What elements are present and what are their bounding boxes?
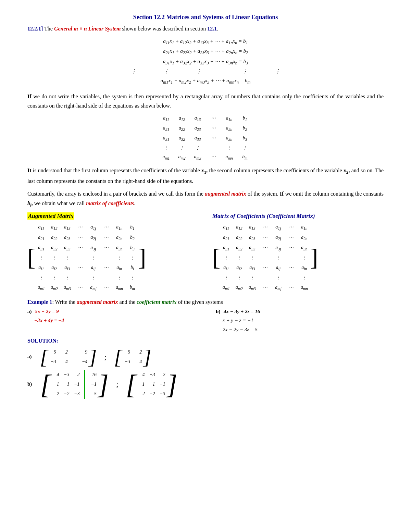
sol-b-row2: 1 1 −1 −1 xyxy=(52,380,97,389)
coeff-row-dots2: ⋮ ⋮ ⋮ ⋮ ⋮ xyxy=(222,273,309,283)
aug-row-1: a11 a12 a13 ⋯ a1j ⋯ a1n b1 xyxy=(37,222,137,233)
eq-row-2: a21x1 + a22x2 + a23x3 + ⋯ + a2nxn = b2 xyxy=(163,47,248,57)
section-title: Section 12.2 Matrices and Systems of Lin… xyxy=(27,14,384,21)
problem-statement: 12.2.1] The General m × n Linear System … xyxy=(27,24,384,33)
aug-matrix-content: a11 a12 a13 ⋯ a1j ⋯ a1n b1 a21 a22 a23 ⋯… xyxy=(35,222,138,293)
aug-divider-b1 xyxy=(84,370,85,380)
aug-divider-b3 xyxy=(84,389,85,399)
problem-ref: 12.1 xyxy=(207,26,217,32)
left-bracket-coeff-a: [ xyxy=(114,347,122,367)
coefficient-matrix-section: Matrix of Coefficients (Coefficient Matr… xyxy=(212,213,384,293)
left-bracket-coeff: [ xyxy=(212,246,220,270)
coeff-row-3: a31 a32 a33 ⋯ a3j ⋯ a3n xyxy=(222,243,309,253)
sol-b-coeff-row2: 1 1 −1 xyxy=(138,380,165,389)
problem-label: 12.2.1] xyxy=(27,26,43,32)
example-aug-term: augmented matrix xyxy=(77,299,118,305)
paragraph-3: Customarily, the array is enclosed in a … xyxy=(27,189,384,209)
coeff-row-1: a11 a12 a13 ⋯ a1j ⋯ a1n xyxy=(222,222,309,233)
solution-label: SOLUTION: xyxy=(27,338,384,344)
paragraph-1: If we do not write the variables, the sy… xyxy=(27,92,384,110)
sol-b-row1: 4 −3 2 16 xyxy=(52,370,97,380)
example-1-title: Example 1: Write the augmented matrix an… xyxy=(27,298,384,307)
sol-a-row2: −3 4 −4 xyxy=(49,357,88,367)
solution-b-row: b) [ 4 −3 2 16 1 1 −1 −1 2 −2 −3 xyxy=(27,370,384,399)
general-system-equations: a11x1 + a12x2 + a13x3 + ⋯ + a1nxn = b1 a… xyxy=(27,37,384,86)
array-row-2: a21 a22 a23 ⋯ a2n b2 xyxy=(161,124,250,134)
problem-text: shown below was described in section xyxy=(122,26,206,32)
coefficient-matrix-label: Matrix of Coefficients (Coefficient Matr… xyxy=(212,213,384,220)
sol-a-aug-matrix: [ 5 −2 9 −3 4 −4 ] xyxy=(40,347,97,367)
sub-a-label: a) 5x − 2y = 9 xyxy=(27,309,195,314)
semicolon-a: ; xyxy=(104,352,107,361)
aug-row-dots2: ⋮ ⋮ ⋮ ⋮ ⋮ ⋮ xyxy=(37,273,137,283)
right-bracket-sol-b: ] xyxy=(98,371,109,398)
array-display: a11 a12 a13 ⋯ a1n b1 a21 a22 a23 ⋯ a2n b… xyxy=(27,114,384,162)
right-bracket-coeff-a: ] xyxy=(143,347,151,367)
sol-a-coeff-matrix: [ 5 −2 −3 4 ] xyxy=(114,347,151,367)
augmented-matrix-section: Augmented Matrix [ a11 a12 a13 ⋯ a1j ⋯ a… xyxy=(27,213,199,293)
left-bracket-sol-a: [ xyxy=(40,347,48,367)
sub-problem-a: a) 5x − 2y = 9 −3x + 4y = −4 xyxy=(27,309,195,334)
aug-row-m: am1 am2 am3 ⋯ amj ⋯ amn bm xyxy=(37,283,137,293)
semicolon-b: ; xyxy=(116,380,118,389)
aug-divider-b2 xyxy=(84,380,85,389)
matrices-section: Augmented Matrix [ a11 a12 a13 ⋯ a1j ⋯ a… xyxy=(27,213,384,293)
problem-term: General m × n Linear System xyxy=(54,26,121,32)
augmented-matrix-bracket: [ a11 a12 a13 ⋯ a1j ⋯ a1n b1 a21 a22 a23… xyxy=(27,222,146,293)
sub-a-eq2: −3x + 4y = −4 xyxy=(34,316,195,325)
array-row-3: a31 a32 a33 ⋯ a3n b3 xyxy=(161,134,250,144)
aug-row-2: a21 a22 a23 ⋯ a2j ⋯ a2n b2 xyxy=(37,233,137,243)
eq-row-m: am1x1 + am2x2 + am3x3 + ⋯ + amnxn = bm xyxy=(161,76,250,86)
aug-row-i: ai1 ai2 ai3 ⋯ aij ⋯ ain bi xyxy=(37,263,137,273)
eq-row-3: a31x1 + a32x2 + a33x3 + ⋯ + a3nxn = b3 xyxy=(163,57,248,67)
left-bracket: [ xyxy=(27,246,35,270)
aug-matrix-term: augmented matrix xyxy=(205,191,246,197)
array-row-dots: ⋮ ⋮ ⋮ ⋮ ⋮ xyxy=(161,144,250,153)
problem-intro: The xyxy=(44,26,53,32)
aug-divider xyxy=(74,347,75,357)
sol-a-aug-content: 5 −2 9 −3 4 −4 xyxy=(48,347,89,367)
aug-divider2 xyxy=(74,357,75,367)
array-row-1: a11 a12 a13 ⋯ a1n b1 xyxy=(161,114,250,124)
sol-a-coeff-row1: 5 −2 xyxy=(123,347,142,357)
sol-a-row1: 5 −2 9 xyxy=(49,347,88,357)
example-coeff-term: coefficient matrix xyxy=(137,299,177,305)
coeff-matrix-term: matrix of coefficients xyxy=(86,200,134,206)
coeff-row-2: a21 a22 a23 ⋯ a2j ⋯ a2n xyxy=(222,233,309,243)
augmented-matrix-label: Augmented Matrix xyxy=(27,213,199,220)
coeff-matrix-bracket: [ a11 a12 a13 ⋯ a1j ⋯ a1n a21 a22 a23 ⋯ … xyxy=(212,222,318,293)
sol-b-aug-matrix: [ 4 −3 2 16 1 1 −1 −1 2 −2 −3 5 xyxy=(40,370,109,399)
sub-b-eq2: x + y − z = −1 xyxy=(223,316,384,325)
sol-a-coeff-content: 5 −2 −3 4 xyxy=(122,347,143,367)
sol-b-row3: 2 −2 −3 5 xyxy=(52,389,97,399)
sub-problems: a) 5x − 2y = 9 −3x + 4y = −4 b) 4x − 3y … xyxy=(27,309,384,334)
solution-a-row: a) [ 5 −2 9 −3 4 −4 ] ; [ 5 −2 xyxy=(27,347,384,367)
sol-a-label: a) xyxy=(27,354,32,360)
sub-b-eq3: 2x − 2y − 3z = 5 xyxy=(223,325,384,334)
sol-b-aug-content: 4 −3 2 16 1 1 −1 −1 2 −2 −3 5 xyxy=(51,370,98,399)
sol-b-coeff-matrix: [ 4 −3 2 1 1 −1 2 −2 −3 ] xyxy=(126,370,177,399)
right-bracket-coeff: ] xyxy=(310,246,318,270)
right-bracket: ] xyxy=(138,246,146,270)
sol-b-coeff-content: 4 −3 2 1 1 −1 2 −2 −3 xyxy=(136,370,166,399)
example-label: Example 1 xyxy=(27,299,52,305)
aug-row-3: a31 a32 a33 ⋯ a3j ⋯ a3n b3 xyxy=(37,243,137,253)
sol-b-coeff-row3: 2 −2 −3 xyxy=(138,389,165,399)
left-bracket-sol-b: [ xyxy=(40,371,51,398)
coeff-row-dots: ⋮ ⋮ ⋮ ⋮ ⋮ xyxy=(222,253,309,263)
sub-problem-b: b) 4x − 3y + 2z = 16 x + y − z = −1 2x −… xyxy=(216,309,384,334)
left-bracket-coeff-b: [ xyxy=(126,371,136,398)
sol-a-coeff-row2: −3 4 xyxy=(123,357,142,367)
aug-row-dots: ⋮ ⋮ ⋮ ⋮ ⋮ ⋮ xyxy=(37,253,137,263)
array-row-m: am1 am2 am3 ⋯ amn bm xyxy=(161,152,250,162)
paragraph-2: It is understood that the first column r… xyxy=(27,166,384,186)
coeff-row-i: ai1 ai2 ai3 ⋯ aij ⋯ ain xyxy=(222,263,309,273)
coeff-matrix-content: a11 a12 a13 ⋯ a1j ⋯ a1n a21 a22 a23 ⋯ a2… xyxy=(220,222,310,293)
sub-b-label: b) 4x − 3y + 2z = 16 xyxy=(216,309,384,314)
sol-b-coeff-row1: 4 −3 2 xyxy=(138,370,165,380)
sol-b-label: b) xyxy=(27,381,32,387)
right-bracket-sol-a: ] xyxy=(89,347,97,367)
eq-row-1: a11x1 + a12x2 + a13x3 + ⋯ + a1nxn = b1 xyxy=(163,37,248,47)
coeff-row-m: am1 am2 am3 ⋯ amj ⋯ amn xyxy=(222,283,309,293)
right-bracket-coeff-b: ] xyxy=(166,371,177,398)
